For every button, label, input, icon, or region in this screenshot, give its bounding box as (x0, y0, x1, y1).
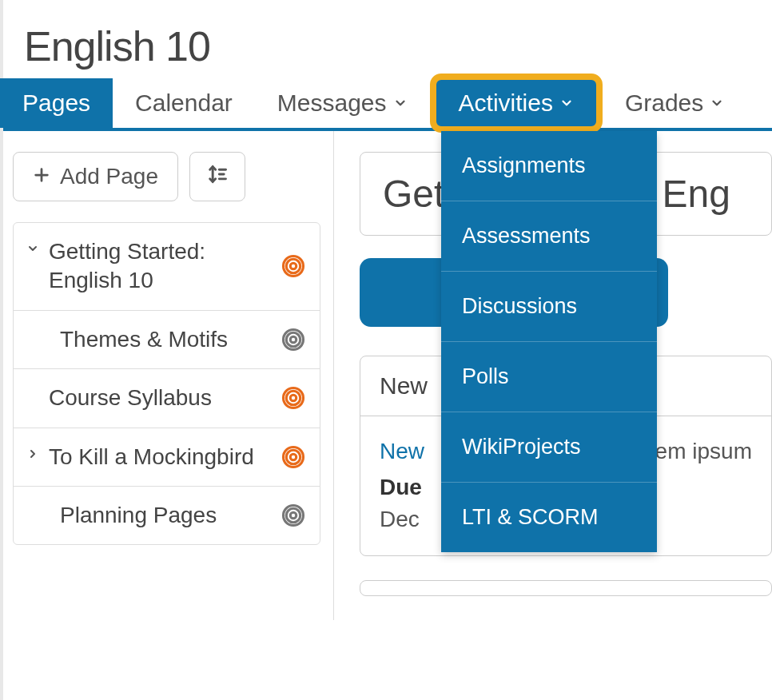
sort-icon (206, 163, 229, 191)
svg-point-0 (290, 264, 296, 270)
sort-button[interactable] (189, 152, 245, 201)
tab-pages[interactable]: Pages (0, 78, 113, 128)
tab-calendar[interactable]: Calendar (113, 78, 255, 128)
dropdown-item-wikiprojects[interactable]: WikiProjects (441, 412, 657, 482)
tab-label: Calendar (135, 89, 233, 117)
dropdown-item-assignments[interactable]: Assignments (441, 131, 657, 201)
content-area: Add Page Getting Started: English 10 (0, 131, 772, 620)
card-due-value: Dec (380, 507, 420, 531)
tab-activities[interactable]: Activities (430, 74, 603, 133)
dropdown-item-lti-scorm[interactable]: LTI & SCORM (441, 482, 657, 552)
page-item-label: Getting Started: English 10 (49, 237, 281, 296)
svg-point-9 (290, 454, 296, 460)
tab-label: Pages (22, 89, 90, 117)
svg-point-7 (286, 392, 300, 406)
tab-messages[interactable]: Messages (255, 78, 430, 128)
plus-icon (33, 164, 50, 189)
add-page-button[interactable]: Add Page (13, 152, 178, 201)
page-item-planning[interactable]: Planning Pages (14, 486, 320, 544)
svg-point-4 (286, 332, 300, 347)
activities-dropdown: Assignments Assessments Discussions Poll… (441, 131, 657, 552)
feed-icon (281, 445, 305, 469)
tab-label: Messages (277, 89, 387, 117)
page-item-themes[interactable]: Themes & Motifs (14, 310, 320, 368)
caret-right-icon (25, 447, 41, 460)
add-page-label: Add Page (60, 164, 158, 189)
caret-down-icon (25, 242, 41, 255)
card-link[interactable]: New (380, 439, 424, 463)
activity-card-next (360, 580, 772, 596)
page-item-label: Themes & Motifs (60, 325, 228, 354)
chevron-down-icon (559, 96, 574, 110)
tab-label: Activities (459, 89, 553, 117)
page-list: Getting Started: English 10 Themes & Mot… (13, 222, 320, 545)
card-description: rem ipsum (647, 436, 752, 468)
svg-point-6 (290, 396, 296, 402)
chevron-down-icon (710, 96, 724, 110)
svg-point-3 (290, 336, 296, 343)
feed-icon (281, 254, 305, 278)
page-item-label: Planning Pages (60, 501, 217, 530)
tab-grades[interactable]: Grades (603, 78, 746, 128)
page-item-label: Course Syllabus (49, 384, 212, 412)
chevron-down-icon (393, 96, 408, 110)
sidebar: Add Page Getting Started: English 10 (0, 131, 334, 620)
svg-point-13 (286, 508, 300, 523)
nav-tabs: Pages Calendar Messages Activities Grade… (0, 78, 772, 131)
dropdown-item-assessments[interactable]: Assessments (441, 201, 657, 271)
feed-icon (281, 503, 305, 527)
dropdown-item-discussions[interactable]: Discussions (441, 271, 657, 341)
svg-point-12 (290, 512, 296, 519)
card-due-label: Due (380, 475, 422, 499)
page-title: English 10 (0, 0, 772, 78)
page-item-syllabus[interactable]: Course Syllabus (14, 368, 320, 427)
feed-icon (281, 386, 305, 410)
svg-point-1 (286, 260, 300, 274)
sidebar-actions: Add Page (13, 152, 320, 201)
page-item-mockingbird[interactable]: To Kill a Mockingbird (14, 428, 320, 486)
page-item-label: To Kill a Mockingbird (49, 443, 254, 471)
feed-icon (281, 328, 305, 352)
dropdown-item-polls[interactable]: Polls (441, 341, 657, 412)
page-item-getting-started[interactable]: Getting Started: English 10 (14, 223, 320, 310)
svg-point-10 (286, 450, 300, 464)
tab-label: Grades (625, 89, 703, 117)
